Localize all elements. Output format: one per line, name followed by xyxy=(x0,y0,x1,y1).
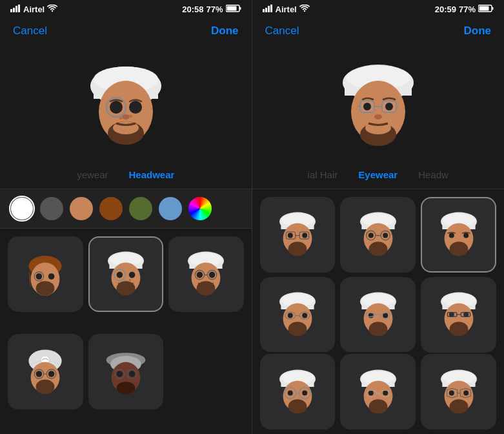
wifi-icon-left xyxy=(47,5,57,14)
svg-point-118 xyxy=(288,313,293,318)
memoji-right-item-8[interactable] xyxy=(340,354,416,429)
svg-point-64 xyxy=(116,382,135,394)
svg-point-19 xyxy=(119,117,122,119)
svg-rect-72 xyxy=(479,6,489,10)
svg-point-26 xyxy=(36,281,55,295)
right-panel: Airtel 20:59 77% xyxy=(252,0,505,434)
svg-rect-3 xyxy=(18,5,20,12)
cancel-button-left[interactable]: Cancel xyxy=(13,25,47,37)
cancel-button-right[interactable]: Cancel xyxy=(265,25,299,37)
svg-point-166 xyxy=(449,390,454,395)
avatar-svg-left xyxy=(74,50,177,154)
svg-rect-66 xyxy=(265,8,267,12)
color-options-left xyxy=(0,189,252,228)
svg-point-112 xyxy=(463,233,469,238)
svg-point-4 xyxy=(52,10,53,11)
color-swatch-brown[interactable] xyxy=(99,197,123,220)
svg-point-123 xyxy=(288,322,307,336)
svg-point-83 xyxy=(385,103,393,110)
carrier-left: Airtel xyxy=(23,5,45,14)
tab-headwear-left[interactable]: Headwear xyxy=(118,169,185,180)
done-button-left[interactable]: Done xyxy=(211,25,239,37)
battery-icon-right xyxy=(478,5,494,14)
svg-point-12 xyxy=(110,101,123,114)
tab-headwear-right[interactable]: Headw xyxy=(408,169,459,180)
svg-point-23 xyxy=(36,273,43,280)
tab-eyewear-left[interactable]: yewear xyxy=(66,169,118,180)
svg-point-161 xyxy=(368,399,387,413)
svg-point-31 xyxy=(116,272,123,278)
memoji-right-item-9[interactable] xyxy=(421,354,496,429)
memoji-item-4[interactable] xyxy=(8,334,83,409)
status-right-left: 20:58 77% xyxy=(182,5,241,14)
svg-point-147 xyxy=(302,390,307,395)
battery-left: 77% xyxy=(206,5,223,14)
memoji-item-5[interactable] xyxy=(88,334,164,409)
svg-point-16 xyxy=(122,114,130,119)
avatar-preview-left xyxy=(0,44,252,160)
category-tabs-right: ial Hair Eyewear Headw xyxy=(252,160,505,189)
svg-point-96 xyxy=(288,242,307,256)
svg-point-113 xyxy=(449,242,468,256)
left-panel: Airtel 20:58 77% xyxy=(0,0,252,434)
battery-icon-left xyxy=(226,5,241,14)
svg-rect-2 xyxy=(15,6,17,12)
svg-point-42 xyxy=(209,272,216,278)
color-swatch-olive[interactable] xyxy=(129,197,152,220)
svg-point-55 xyxy=(36,380,55,394)
svg-point-91 xyxy=(288,233,293,238)
svg-point-51 xyxy=(48,371,55,377)
color-swatch-blue[interactable] xyxy=(159,197,182,220)
svg-rect-1 xyxy=(13,8,15,12)
svg-point-13 xyxy=(129,101,142,114)
svg-rect-68 xyxy=(270,5,272,12)
status-left-right: Airtel xyxy=(263,5,310,14)
svg-point-101 xyxy=(368,233,374,238)
color-more-button[interactable] xyxy=(188,197,212,220)
done-button-right[interactable]: Done xyxy=(464,25,492,37)
svg-point-32 xyxy=(129,272,136,278)
memoji-item-3[interactable] xyxy=(168,236,244,312)
memoji-item-1[interactable] xyxy=(8,236,83,312)
memoji-right-item-1[interactable] xyxy=(260,197,336,273)
wifi-icon-right xyxy=(299,5,310,14)
svg-rect-0 xyxy=(10,9,12,12)
memoji-right-item-2[interactable] xyxy=(340,197,416,273)
category-tabs-left: yewear Headwear xyxy=(0,160,252,189)
svg-point-119 xyxy=(302,313,307,318)
svg-point-84 xyxy=(374,114,382,119)
svg-point-111 xyxy=(449,233,454,238)
memoji-right-item-7[interactable] xyxy=(260,354,336,429)
svg-rect-138 xyxy=(447,313,456,316)
svg-point-41 xyxy=(197,272,203,278)
color-swatch-skin[interactable] xyxy=(70,197,93,220)
memoji-right-item-4[interactable] xyxy=(260,277,336,353)
svg-point-69 xyxy=(304,10,305,11)
top-nav-left: Cancel Done xyxy=(0,18,252,44)
svg-point-156 xyxy=(368,390,374,395)
color-swatch-white[interactable] xyxy=(10,197,34,220)
svg-rect-65 xyxy=(263,9,265,12)
svg-rect-71 xyxy=(492,7,494,10)
svg-point-128 xyxy=(368,313,374,318)
memoji-item-2[interactable] xyxy=(88,236,164,312)
tab-facial-hair-right[interactable]: ial Hair xyxy=(297,169,348,180)
svg-point-82 xyxy=(363,103,371,110)
svg-rect-7 xyxy=(227,6,236,10)
avatar-svg-right xyxy=(327,50,430,154)
svg-rect-139 xyxy=(461,313,470,316)
status-right-right: 20:59 77% xyxy=(435,5,494,14)
svg-point-24 xyxy=(48,273,55,280)
svg-point-157 xyxy=(383,390,388,395)
svg-point-131 xyxy=(368,322,387,336)
memoji-grid-left xyxy=(0,229,252,434)
color-swatch-dark[interactable] xyxy=(40,197,63,220)
battery-right: 77% xyxy=(459,5,476,14)
memoji-right-item-3[interactable] xyxy=(421,197,496,273)
carrier-right: Airtel xyxy=(276,5,297,14)
svg-point-36 xyxy=(129,279,131,281)
svg-point-171 xyxy=(449,399,468,413)
tab-eyewear-right[interactable]: Eyewear xyxy=(348,169,408,180)
memoji-right-item-6[interactable] xyxy=(421,277,496,353)
memoji-right-item-5[interactable] xyxy=(340,277,416,353)
